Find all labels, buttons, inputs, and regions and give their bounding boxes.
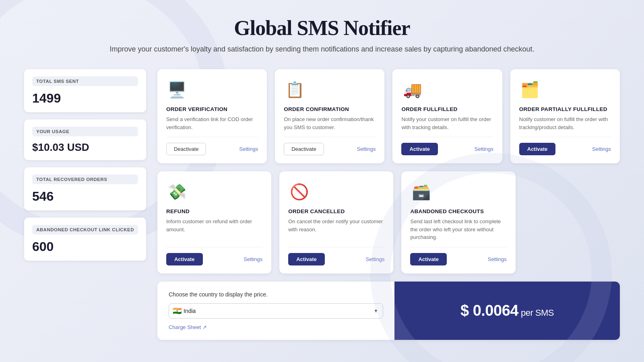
stat-label-total-sms: TOTAL SMS SENT	[32, 76, 138, 86]
country-label: Choose the country to display the price.	[169, 291, 383, 298]
pricing-text: $ 0.0064per SMS	[460, 302, 554, 319]
stat-label-abandoned-link: ABANDONED CHECKOUT LINK CLICKED	[32, 225, 138, 234]
activate-refund-button[interactable]: Activate	[166, 253, 203, 265]
card-actions-order-cancelled: Activate Settings	[288, 253, 384, 265]
card-refund: 💸 REFUND Inform customer on refund with …	[157, 171, 271, 274]
card-title-order-confirmation: ORDER CONFIRMATION	[284, 106, 376, 112]
price-value: $ 0.0064	[460, 302, 518, 319]
stat-card-abandoned-link: ABANDONED CHECKOUT LINK CLICKED 600	[24, 218, 146, 261]
card-title-order-partially-fulfilled: ORDER PARTIALLY FULLFILLED	[519, 106, 611, 112]
card-order-confirmation: 📋 ORDER CONFIRMATION On place new order …	[275, 69, 384, 163]
card-order-partially-fulfilled: 🗂️ ORDER PARTIALLY FULLFILLED Notify cus…	[510, 69, 620, 163]
order-verification-icon: 🖥️	[166, 79, 188, 101]
pricing-display: $ 0.0064per SMS	[394, 282, 620, 340]
card-desc-abandoned-checkouts: Send last left checkout link to complete…	[410, 218, 506, 241]
card-actions-abandoned-checkouts: Activate Settings	[410, 253, 506, 265]
order-cancelled-icon: 🚫	[288, 181, 310, 203]
settings-order-verification-link[interactable]: Settings	[239, 146, 258, 152]
card-desc-order-verification: Send a verification link for COD order v…	[166, 115, 258, 131]
content-area: 🖥️ ORDER VERIFICATION Send a verificatio…	[157, 69, 620, 340]
card-actions-order-verification: Deactivate Settings	[166, 143, 258, 155]
stat-value-usage: $10.03 USD	[32, 141, 89, 153]
activate-order-fulfilled-button[interactable]: Activate	[401, 143, 438, 155]
settings-order-partially-fulfilled-link[interactable]: Settings	[592, 146, 611, 152]
india-flag-icon: 🇮🇳	[173, 306, 182, 315]
stat-value-total-sms: 1499	[32, 91, 61, 105]
refund-icon: 💸	[166, 181, 188, 203]
settings-order-fulfilled-link[interactable]: Settings	[475, 146, 493, 152]
activate-order-partially-fulfilled-button[interactable]: Activate	[519, 143, 556, 155]
settings-order-confirmation-link[interactable]: Settings	[357, 146, 376, 152]
card-order-verification: 🖥️ ORDER VERIFICATION Send a verificatio…	[157, 69, 267, 163]
card-title-abandoned-checkouts: ABANDONED CHECKOUTS	[410, 208, 506, 214]
card-title-order-verification: ORDER VERIFICATION	[166, 106, 258, 112]
stat-value-abandoned-link: 600	[32, 239, 54, 254]
charge-sheet-label: Charge Sheet	[169, 324, 201, 330]
page-subtitle: Improve your customer's loyalty and sati…	[24, 44, 620, 55]
activate-abandoned-checkouts-button[interactable]: Activate	[410, 253, 447, 265]
page-title: Global SMS Notifier	[24, 16, 620, 40]
card-desc-order-partially-fulfilled: Notify customer on fulfill the order wit…	[519, 115, 611, 131]
card-desc-order-cancelled: On cancel the order notify your customer…	[288, 218, 384, 241]
card-title-refund: REFUND	[166, 208, 262, 214]
card-actions-order-confirmation: Deactivate Settings	[284, 143, 376, 155]
card-title-order-fulfilled: ORDER FULLFILLED	[401, 106, 493, 112]
card-actions-order-partially-fulfilled: Activate Settings	[519, 143, 611, 155]
cards-row-2: 💸 REFUND Inform customer on refund with …	[157, 171, 620, 274]
order-confirmation-icon: 📋	[284, 79, 305, 101]
order-partial-icon: 🗂️	[519, 79, 541, 101]
card-actions-order-fulfilled: Activate Settings	[401, 143, 493, 155]
stat-value-recovered: 546	[32, 189, 54, 204]
settings-order-cancelled-link[interactable]: Settings	[366, 256, 385, 262]
card-order-fulfilled: 🚚 ORDER FULLFILLED Notify your customer …	[392, 69, 502, 163]
stat-label-usage: YOUR USAGE	[32, 127, 138, 136]
stat-card-your-usage: YOUR USAGE $10.03 USD	[24, 119, 146, 160]
settings-refund-link[interactable]: Settings	[244, 256, 262, 262]
empty-slot	[524, 171, 620, 274]
card-desc-order-fulfilled: Notify your customer on fulfill the orde…	[401, 115, 493, 131]
country-select-input[interactable]: India United States United Kingdom Austr…	[169, 303, 383, 319]
card-actions-refund: Activate Settings	[166, 253, 262, 265]
country-select-wrapper: 🇮🇳 India United States United Kingdom Au…	[169, 303, 383, 319]
cards-row-1: 🖥️ ORDER VERIFICATION Send a verificatio…	[157, 69, 620, 163]
card-title-order-cancelled: ORDER CANCELLED	[288, 208, 384, 214]
stat-label-recovered: TOTAL RECOVERED ORDERS	[32, 175, 138, 184]
card-order-cancelled: 🚫 ORDER CANCELLED On cancel the order no…	[279, 171, 393, 274]
sidebar-stats: TOTAL SMS SENT 1499 YOUR USAGE $10.03 US…	[24, 69, 146, 261]
deactivate-order-confirmation-button[interactable]: Deactivate	[284, 143, 324, 155]
activate-order-cancelled-button[interactable]: Activate	[288, 253, 325, 265]
abandoned-checkouts-icon: 🗃️	[410, 181, 432, 203]
external-link-icon: ↗	[202, 324, 207, 330]
stat-card-recovered-orders: TOTAL RECOVERED ORDERS 546	[24, 167, 146, 210]
card-desc-refund: Inform customer on refund with order amo…	[166, 218, 262, 241]
charge-sheet-link[interactable]: Charge Sheet ↗	[169, 324, 383, 330]
main-layout: TOTAL SMS SENT 1499 YOUR USAGE $10.03 US…	[24, 69, 620, 340]
settings-abandoned-checkouts-link[interactable]: Settings	[488, 256, 507, 262]
card-desc-order-confirmation: On place new order confirmation/thank yo…	[284, 115, 376, 131]
per-sms-label: per SMS	[521, 308, 554, 318]
stat-card-total-sms-sent: TOTAL SMS SENT 1499	[24, 69, 146, 112]
country-selector: Choose the country to display the price.…	[157, 282, 394, 340]
page-header: Global SMS Notifier Improve your custome…	[24, 16, 620, 55]
order-fulfilled-icon: 🚚	[401, 79, 423, 101]
card-abandoned-checkouts: 🗃️ ABANDONED CHECKOUTS Send last left ch…	[401, 171, 515, 274]
deactivate-order-verification-button[interactable]: Deactivate	[166, 143, 206, 155]
bottom-section: Choose the country to display the price.…	[157, 282, 620, 340]
